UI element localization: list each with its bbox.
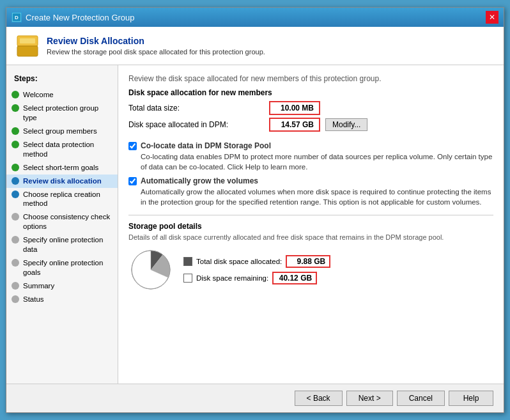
steps-label: Steps: bbox=[6, 72, 118, 88]
step-label-short-term: Select short-term goals bbox=[23, 163, 98, 173]
autogrow-row: Automatically grow the volumes Automatic… bbox=[128, 176, 493, 207]
checkbox-section: Co-locate data in DPM Storage Pool Co-lo… bbox=[128, 141, 493, 207]
step-dot-consistency bbox=[12, 213, 19, 221]
colocate-label: Co-locate data in DPM Storage Pool bbox=[141, 141, 493, 152]
main-panel: Review the disk space allocated for new … bbox=[118, 65, 504, 384]
step-label-members: Select group members bbox=[23, 127, 97, 136]
step-dot-online-goals bbox=[12, 259, 19, 267]
sidebar: Steps: Welcome Select protection group t… bbox=[6, 65, 118, 384]
step-label-group-type: Select protection group type bbox=[23, 104, 112, 123]
disk-remaining-legend-row: Disk space remaining: 40.12 GB bbox=[183, 272, 330, 284]
disk-space-label: Disk space allocated in DPM: bbox=[128, 120, 269, 129]
total-data-row: Total data size: 10.00 MB bbox=[128, 101, 493, 115]
sidebar-item-group-type[interactable]: Select protection group type bbox=[6, 102, 118, 125]
disk-space-row: Disk space allocated in DPM: 14.57 GB Mo… bbox=[128, 118, 493, 132]
total-data-value: 10.00 MB bbox=[269, 101, 320, 115]
step-dot-members bbox=[12, 127, 19, 135]
header-icon bbox=[16, 35, 39, 58]
main-window: D Create New Protection Group ✕ Review D… bbox=[6, 7, 504, 413]
svg-rect-4 bbox=[20, 38, 35, 43]
step-dot-online-data bbox=[12, 236, 19, 244]
close-button[interactable]: ✕ bbox=[486, 11, 498, 24]
modify-button[interactable]: Modify... bbox=[325, 118, 367, 131]
help-button[interactable]: Help bbox=[449, 391, 493, 406]
step-dot-status bbox=[12, 295, 19, 303]
sidebar-item-short-term[interactable]: Select short-term goals bbox=[6, 161, 118, 175]
step-dot-welcome bbox=[12, 91, 19, 98]
step-dot-short-term bbox=[12, 164, 19, 171]
step-dot-choose-replica bbox=[12, 191, 19, 198]
colocate-checkbox[interactable] bbox=[128, 142, 137, 150]
sidebar-item-summary[interactable]: Summary bbox=[6, 279, 118, 293]
pie-chart bbox=[128, 247, 173, 292]
colocate-row: Co-locate data in DPM Storage Pool Co-lo… bbox=[128, 141, 493, 172]
svg-rect-2 bbox=[17, 46, 38, 56]
step-dot-summary bbox=[12, 282, 19, 290]
storage-pool-section: Storage pool details Details of all disk… bbox=[128, 215, 493, 292]
disk-space-value: 14.57 GB bbox=[269, 118, 320, 132]
disk-remaining-legend-icon bbox=[183, 274, 192, 283]
step-label-online-goals: Specify online protection goals bbox=[23, 258, 112, 277]
sidebar-item-choose-replica[interactable]: Choose replica creation method bbox=[6, 188, 118, 211]
step-label-summary: Summary bbox=[23, 281, 54, 291]
cancel-button[interactable]: Cancel bbox=[397, 391, 445, 406]
sidebar-item-consistency[interactable]: Choose consistency check options bbox=[6, 210, 118, 233]
sidebar-item-members[interactable]: Select group members bbox=[6, 125, 118, 138]
next-button[interactable]: Next > bbox=[346, 391, 393, 406]
allocation-section-title: Disk space allocation for new members bbox=[128, 88, 493, 97]
total-allocated-legend-icon bbox=[183, 257, 192, 266]
sidebar-item-welcome[interactable]: Welcome bbox=[6, 88, 118, 102]
step-label-welcome: Welcome bbox=[23, 90, 54, 100]
step-dot-review-disk bbox=[12, 177, 19, 185]
colocate-desc: Co-locate data in DPM Storage Pool Co-lo… bbox=[141, 141, 493, 172]
autogrow-desc: Automatically grow the volumes Automatic… bbox=[141, 176, 493, 207]
step-dot-data-protection bbox=[12, 141, 19, 148]
storage-pool-content: Total disk space allocated: 9.88 GB Disk… bbox=[128, 247, 493, 292]
title-bar-left: D Create New Protection Group bbox=[12, 12, 135, 22]
step-label-consistency: Choose consistency check options bbox=[23, 212, 112, 231]
title-bar: D Create New Protection Group ✕ bbox=[6, 8, 504, 27]
step-label-review-disk: Review disk allocation bbox=[23, 176, 102, 186]
total-allocated-value: 9.88 GB bbox=[286, 255, 330, 268]
disk-remaining-value: 40.12 GB bbox=[272, 272, 317, 284]
content-area: Steps: Welcome Select protection group t… bbox=[6, 65, 504, 384]
storage-pool-title: Storage pool details bbox=[128, 222, 493, 231]
step-label-online-data: Specify online protection data bbox=[23, 235, 112, 254]
step-label-choose-replica: Choose replica creation method bbox=[23, 190, 112, 209]
header-description: Review the storage pool disk space alloc… bbox=[47, 48, 265, 56]
disk-allocation-box: Disk space allocation for new members To… bbox=[128, 88, 493, 132]
disk-remaining-label: Disk space remaining: bbox=[196, 274, 268, 282]
header-text: Review Disk Allocation Review the storag… bbox=[47, 36, 265, 56]
storage-pool-desc: Details of all disk space currently allo… bbox=[128, 233, 493, 241]
app-icon: D bbox=[12, 12, 22, 22]
header-area: Review Disk Allocation Review the storag… bbox=[6, 27, 504, 65]
sidebar-item-status[interactable]: Status bbox=[6, 293, 118, 306]
autogrow-label: Automatically grow the volumes bbox=[141, 176, 493, 187]
sidebar-item-online-data[interactable]: Specify online protection data bbox=[6, 233, 118, 256]
step-dot-group-type bbox=[12, 104, 19, 112]
svg-text:D: D bbox=[15, 15, 19, 20]
total-allocated-label: Total disk space allocated: bbox=[196, 258, 282, 265]
colocate-text: Co-locating data enables DPM to protect … bbox=[141, 153, 492, 171]
section-intro: Review the disk space allocated for new … bbox=[128, 74, 493, 83]
step-label-status: Status bbox=[23, 295, 44, 304]
storage-legend: Total disk space allocated: 9.88 GB Disk… bbox=[183, 255, 330, 284]
sidebar-item-review-disk[interactable]: Review disk allocation bbox=[6, 175, 118, 188]
total-allocated-legend-row: Total disk space allocated: 9.88 GB bbox=[183, 255, 330, 268]
step-label-data-protection: Select data protection method bbox=[23, 140, 112, 159]
back-button[interactable]: < Back bbox=[295, 391, 343, 406]
autogrow-checkbox[interactable] bbox=[128, 177, 137, 185]
window-title: Create New Protection Group bbox=[26, 13, 135, 22]
header-title: Review Disk Allocation bbox=[47, 36, 265, 46]
sidebar-item-online-goals[interactable]: Specify online protection goals bbox=[6, 256, 118, 279]
autogrow-text: Automatically grow the allocated volumes… bbox=[141, 188, 491, 206]
sidebar-item-data-protection[interactable]: Select data protection method bbox=[6, 138, 118, 161]
footer: < Back Next > Cancel Help bbox=[6, 384, 504, 412]
total-data-label: Total data size: bbox=[128, 104, 269, 113]
